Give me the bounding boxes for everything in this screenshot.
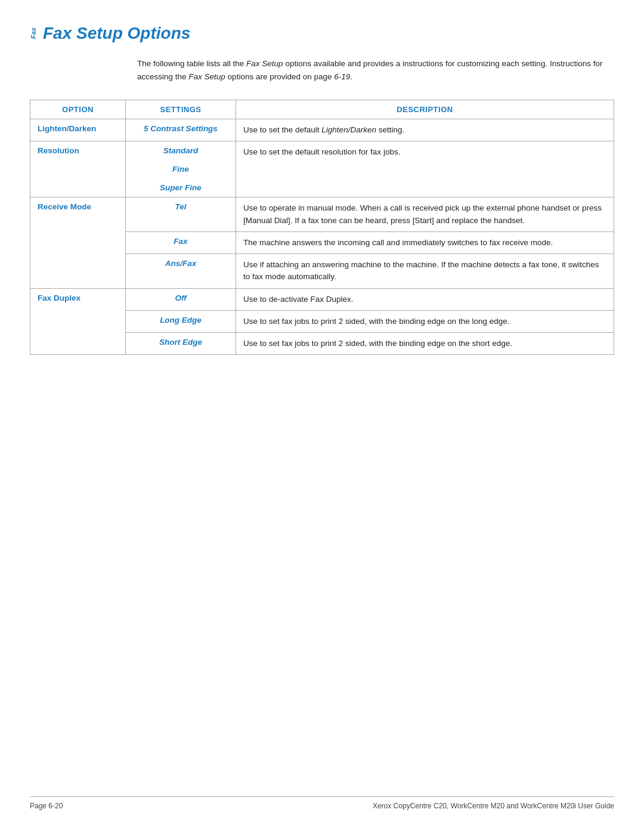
settings-cell: Super Fine — [126, 178, 236, 197]
settings-cell: Fax — [126, 231, 236, 254]
description-cell: Use to set the default Lighten/Darken se… — [236, 119, 614, 141]
settings-cell: Fine — [126, 160, 236, 178]
option-cell: Lighten/Darken — [30, 119, 126, 141]
description-cell: Use to set fax jobs to print 2 sided, wi… — [236, 310, 614, 332]
description-cell: Use to set fax jobs to print 2 sided, wi… — [236, 333, 614, 355]
col-header-option: OPTION — [30, 100, 126, 119]
table-row: Lighten/Darken 5 Contrast Settings Use t… — [30, 119, 614, 141]
col-header-description: DESCRIPTION — [236, 100, 614, 119]
col-header-settings: SETTINGS — [126, 100, 236, 119]
description-cell: Use if attaching an answering machine to… — [236, 254, 614, 289]
settings-cell: 5 Contrast Settings — [126, 119, 236, 141]
page-number: Page 6-20 — [30, 802, 63, 810]
table-row: Fax Duplex Off Use to de-activate Fax Du… — [30, 288, 614, 310]
description-cell: Use to operate in manual mode. When a ca… — [236, 197, 614, 232]
settings-cell: Tel — [126, 197, 236, 232]
option-cell: Resolution — [30, 141, 126, 197]
table-row: Receive Mode Tel Use to operate in manua… — [30, 197, 614, 232]
table-row: Resolution Standard Use to set the defau… — [30, 141, 614, 160]
options-table: OPTION SETTINGS DESCRIPTION Lighten/Dark… — [30, 100, 614, 355]
intro-paragraph: The following table lists all the Fax Se… — [137, 57, 614, 83]
product-name: Xerox CopyCentre C20, WorkCentre M20 and… — [373, 802, 614, 810]
settings-cell: Long Edge — [126, 310, 236, 332]
option-cell: Fax Duplex — [30, 288, 126, 355]
page-footer: Page 6-20 Xerox CopyCentre C20, WorkCent… — [30, 796, 614, 810]
description-cell: The machine answers the incoming call an… — [236, 231, 614, 254]
side-label: Fax — [30, 27, 37, 39]
description-cell: Use to set the default resolution for fa… — [236, 141, 614, 197]
description-cell: Use to de-activate Fax Duplex. — [236, 288, 614, 310]
settings-cell: Short Edge — [126, 333, 236, 355]
settings-cell: Standard — [126, 141, 236, 160]
page-title: Fax Setup Options — [43, 24, 190, 43]
settings-cell: Ans/Fax — [126, 254, 236, 289]
option-cell: Receive Mode — [30, 197, 126, 288]
settings-cell: Off — [126, 288, 236, 310]
